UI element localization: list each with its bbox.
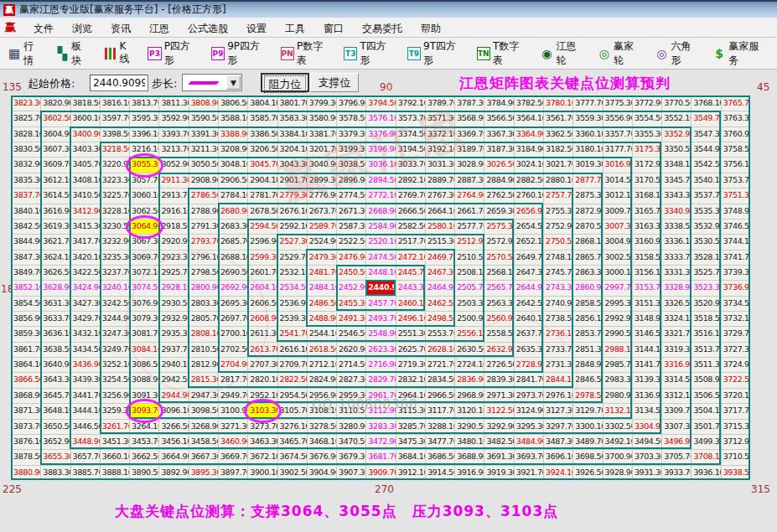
- grid-cell: 3760.90: [722, 127, 750, 142]
- grid-cell: 3338.50: [662, 220, 691, 234]
- menu-item-8[interactable]: 交易委托: [353, 20, 412, 37]
- grid-cell: 2786.50: [189, 189, 218, 203]
- toolbar-button-T数字表[interactable]: TNT数字表: [474, 37, 531, 70]
- toolbar-button-T四方形[interactable]: T3T四方形: [341, 37, 397, 70]
- grid-cell: 3780.10: [544, 96, 572, 111]
- toolbar-button-9P四方形[interactable]: P99P四方形: [209, 37, 271, 70]
- grid-cell: 2865.70: [573, 251, 602, 265]
- grid-cell: 3220.90: [101, 158, 129, 172]
- grid-cell: 3784.90: [484, 96, 513, 111]
- grid-cell: 3518.50: [692, 312, 720, 326]
- grid-cell: 3446.50: [71, 420, 100, 434]
- menu-item-1[interactable]: 浏览: [63, 20, 101, 37]
- grid-cell: 3600.10: [71, 111, 100, 126]
- grid-cell: 3592.90: [159, 111, 188, 126]
- grid-cell: 3787.30: [455, 96, 484, 111]
- grid-cell: 3686.50: [426, 450, 454, 464]
- grid-cell: 2820.10: [248, 373, 277, 387]
- grid-cell: 2988.10: [603, 343, 632, 357]
- menu-item-5[interactable]: 设置: [237, 20, 276, 37]
- grid-cell: 3710.50: [722, 450, 750, 464]
- grid-cell: 3504.10: [692, 404, 720, 418]
- grid-cell: 3897.70: [219, 466, 247, 480]
- grid-cell: 2527.30: [278, 235, 307, 249]
- grid-cell: 2565.70: [484, 281, 513, 295]
- toolbar-button-板块[interactable]: ▚板块: [53, 37, 93, 70]
- grid-cell: 3100.90: [219, 404, 247, 418]
- grid-cell: 2683.30: [219, 220, 247, 234]
- resistance-button[interactable]: 阻力位: [261, 73, 309, 92]
- grid-cell: 2443.30: [396, 281, 425, 295]
- grid-cell: 3736.90: [722, 281, 750, 295]
- grid-cell: 2808.10: [189, 327, 218, 341]
- support-button[interactable]: 支撑位: [310, 73, 359, 92]
- grid-cell: 3676.90: [308, 450, 336, 464]
- toolbar-button-赢家轮[interactable]: ◎赢家轮: [595, 37, 645, 70]
- toolbar-button-江恩轮[interactable]: ◉江恩轮: [537, 37, 588, 70]
- grid-cell: 2762.50: [484, 189, 513, 203]
- grid-cell: 2594.50: [248, 220, 277, 234]
- grid-cell: 2800.90: [189, 281, 218, 295]
- toolbar-button-K线[interactable]: K线: [101, 37, 137, 70]
- menu-item-9[interactable]: 帮助: [412, 20, 450, 37]
- grid-cell: 3475.30: [396, 435, 425, 449]
- grid-cell: 2620.90: [337, 343, 365, 357]
- grid-cell: 2724.10: [455, 358, 484, 372]
- menu-item-0[interactable]: 文件: [24, 20, 63, 37]
- grid-cell: 3585.70: [248, 111, 277, 126]
- toolbar-button-P数字表[interactable]: PNP数字表: [278, 37, 334, 70]
- grid-cell: 3696.10: [544, 450, 572, 464]
- grid-cell: 3852.10: [12, 281, 40, 295]
- menu-item-7[interactable]: 窗口: [314, 20, 353, 37]
- grid-cell: 3352.90: [662, 127, 691, 142]
- grid-cell: 3499.30: [692, 435, 720, 449]
- grid-cell: 3936.10: [692, 466, 720, 480]
- grid-cell: 3564.10: [515, 111, 543, 126]
- grid-cell: 3247.30: [101, 327, 129, 341]
- grid-cell: 3072.10: [130, 266, 158, 280]
- grid-cell: 3026.50: [484, 158, 513, 172]
- grid-cell: 3883.30: [41, 466, 70, 480]
- grid-cell: 3480.10: [455, 435, 484, 449]
- menu-item-3[interactable]: 江恩: [140, 20, 179, 37]
- toolbar-button-行情[interactable]: ▦行情: [5, 37, 45, 70]
- grid-cell: 3105.70: [278, 404, 307, 418]
- menu-item-4[interactable]: 公式选股: [179, 20, 237, 37]
- grid-cell: 2971.30: [484, 389, 513, 403]
- grid-cell: 2503.30: [455, 297, 484, 311]
- start-price-input[interactable]: [90, 75, 148, 91]
- grid-cell: 2750.50: [544, 235, 572, 249]
- grid-cell: 3909.70: [366, 466, 395, 480]
- grid-cell: 2791.30: [189, 220, 218, 234]
- grid-cell: 3652.90: [41, 435, 70, 449]
- grid-cell: 3902.50: [278, 466, 307, 480]
- grid-cell: 2769.70: [396, 189, 425, 203]
- grid-cell: 3211.30: [189, 142, 218, 157]
- grid-cell: 3818.50: [71, 96, 100, 111]
- grid-cell: 3794.50: [366, 96, 395, 111]
- toolbar-button-赢家服务[interactable]: $赢家服务: [710, 37, 769, 70]
- dropdown-arrow-icon[interactable]: ▼: [226, 75, 241, 90]
- toolbar-button-六角形[interactable]: ◎六角形: [652, 37, 702, 70]
- grid-cell: 2474.50: [366, 251, 395, 265]
- menu-item-6[interactable]: 工具: [276, 20, 314, 37]
- grid-cell: 2755.30: [544, 204, 572, 219]
- toolbar-button-label: 9P四方形: [227, 39, 268, 68]
- step-style-dropdown[interactable]: ▼: [182, 74, 242, 91]
- grid-cell: 2952.10: [248, 389, 277, 403]
- menu-item-2[interactable]: 资讯: [101, 20, 140, 37]
- grid-cell: 2872.90: [573, 204, 602, 219]
- toolbar-button-P四方形[interactable]: P3P四方形: [145, 37, 201, 70]
- grid-cell: 3427.30: [71, 297, 100, 311]
- toolbar-button-9T四方形[interactable]: T99T四方形: [405, 37, 467, 70]
- grid-cell: 2532.10: [278, 266, 307, 280]
- grid-cell: 2560.90: [484, 312, 513, 326]
- grid-cell: 3321.70: [662, 327, 691, 341]
- grid-cell: 3777.70: [573, 96, 602, 111]
- grid-cell: 3631.30: [41, 297, 70, 311]
- grid-cell: 3062.50: [130, 204, 158, 219]
- grid-cell: 3031.30: [426, 158, 454, 172]
- pn-badge-icon: PN: [281, 47, 294, 60]
- grid-cell: 3242.50: [101, 297, 129, 311]
- grid-cell: 3919.30: [484, 466, 513, 480]
